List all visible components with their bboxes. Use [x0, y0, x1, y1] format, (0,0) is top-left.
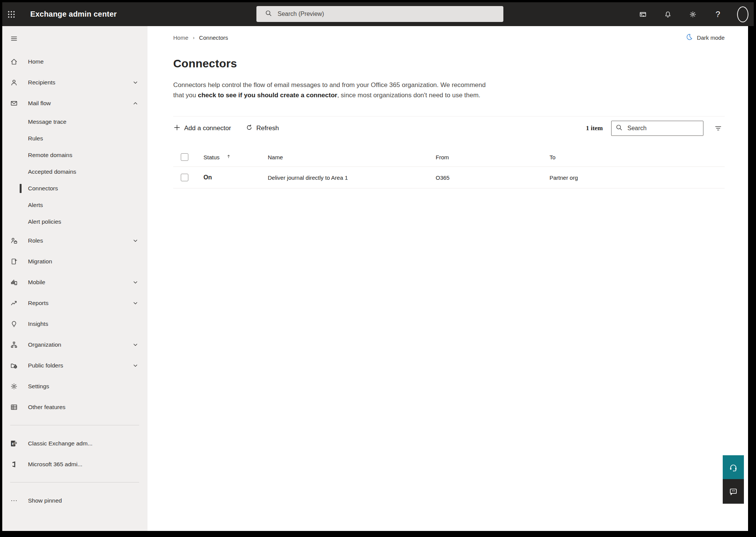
account-avatar[interactable] [737, 9, 748, 20]
avatar [737, 6, 748, 22]
sidebar-item-mobile[interactable]: Mobile [2, 272, 147, 293]
sidebar-item-label: Alerts [28, 202, 147, 209]
column-header-name[interactable]: Name [268, 154, 436, 160]
sidebar-item-mail-flow[interactable]: Mail flow [2, 93, 147, 114]
chevron-down-icon [132, 237, 139, 244]
column-header-from[interactable]: From [436, 154, 550, 160]
gear-icon[interactable] [687, 9, 699, 20]
column-header-status[interactable]: Status [203, 154, 268, 160]
m365-logo-icon [10, 461, 18, 468]
sidebar-item-settings[interactable]: Settings [2, 376, 147, 397]
page-title: Connectors [173, 57, 725, 70]
person-icon [10, 79, 18, 86]
settings-icon [10, 383, 18, 390]
search-icon [262, 9, 272, 19]
mobile-icon [10, 279, 18, 286]
sidebar-item-label: Show pinned [28, 497, 147, 504]
sidebar-item-label: Rules [28, 135, 147, 142]
help-icon[interactable]: ? [712, 9, 723, 20]
list-search-box[interactable] [611, 121, 703, 136]
sidebar-item-label: Public folders [28, 362, 132, 369]
connector-from: O365 [436, 174, 550, 181]
breadcrumb-home-link[interactable]: Home [173, 34, 188, 41]
sidebar: HomeRecipientsMail flowMessage traceRule… [2, 26, 147, 531]
page-description: Connectors help control the flow of emai… [173, 80, 492, 100]
topbar-search-input[interactable] [278, 11, 498, 17]
other-features-icon [10, 403, 18, 411]
connector-status: On [203, 174, 212, 181]
item-count: 1 item [586, 125, 603, 132]
feedback-chat-button[interactable] [723, 479, 744, 504]
insights-icon [10, 320, 18, 328]
home-icon [10, 58, 18, 65]
chevron-down-icon [132, 299, 139, 307]
sidebar-item-other-features[interactable]: Other features [2, 397, 147, 417]
sidebar-divider [10, 425, 139, 425]
sidebar-item-classic-exchange-adm[interactable]: EClassic Exchange adm... [2, 433, 147, 454]
sidebar-item-alert-policies[interactable]: Alert policies [2, 213, 147, 230]
table-header-row: StatusNameFromTo [173, 148, 725, 167]
sidebar-divider [10, 482, 139, 483]
search-icon [615, 124, 623, 133]
sidebar-item-label: Settings [28, 383, 147, 390]
sidebar-item-home[interactable]: Home [2, 51, 147, 72]
sidebar-item-connectors[interactable]: Connectors [2, 180, 147, 197]
sidebar-item-label: Accepted domains [28, 168, 147, 175]
dark-mode-label: Dark mode [697, 34, 725, 41]
sidebar-item-reports[interactable]: Reports [2, 293, 147, 313]
sidebar-item-migration[interactable]: Migration [2, 251, 147, 272]
connector-name[interactable]: Deliver journal directly to Area 1 [268, 174, 436, 181]
terminal-icon[interactable] [637, 9, 649, 20]
sidebar-item-show-pinned[interactable]: Show pinned [2, 490, 147, 511]
create-connector-check-link[interactable]: check to see if you should create a conn… [198, 92, 337, 99]
filter-icon[interactable] [712, 122, 725, 135]
sidebar-item-label: Migration [28, 258, 147, 265]
connector-to: Partner org [550, 174, 725, 181]
dark-mode-toggle[interactable]: Dark mode [685, 33, 725, 42]
add-connector-label: Add a connector [184, 125, 231, 132]
app-launcher-waffle-icon[interactable] [2, 2, 20, 26]
sidebar-item-message-trace[interactable]: Message trace [2, 114, 147, 130]
breadcrumb-current: Connectors [199, 34, 228, 41]
sidebar-item-label: Other features [28, 404, 147, 411]
svg-text:E: E [12, 441, 14, 445]
sidebar-item-recipients[interactable]: Recipients [2, 72, 147, 93]
refresh-button[interactable]: Refresh [245, 124, 279, 133]
row-checkbox[interactable] [181, 174, 188, 181]
select-all-checkbox[interactable] [181, 153, 188, 161]
floating-buttons [723, 455, 744, 504]
hamburger-menu-icon[interactable] [2, 29, 147, 48]
sidebar-nav-list: HomeRecipientsMail flowMessage traceRule… [2, 51, 147, 511]
bell-icon[interactable] [662, 9, 674, 20]
organization-icon [10, 341, 18, 349]
column-header-to[interactable]: To [550, 154, 725, 160]
sidebar-item-rules[interactable]: Rules [2, 130, 147, 147]
sidebar-item-label: Alert policies [28, 218, 147, 225]
list-toolbar: Add a connector Refresh 1 item [173, 117, 725, 140]
exchange-logo-icon: E [10, 440, 18, 447]
sidebar-item-public-folders[interactable]: Public folders [2, 355, 147, 376]
content-area: HomeRecipientsMail flowMessage traceRule… [2, 26, 754, 531]
sidebar-item-microsoft-365-admi[interactable]: Microsoft 365 admi... [2, 454, 147, 475]
sidebar-item-organization[interactable]: Organization [2, 334, 147, 355]
table-body: OnDeliver journal directly to Area 1O365… [173, 167, 725, 188]
topbar-search[interactable] [256, 6, 503, 22]
breadcrumb-chevron-icon: › [193, 35, 194, 40]
refresh-icon [245, 124, 253, 133]
sidebar-item-alerts[interactable]: Alerts [2, 197, 147, 213]
add-connector-button[interactable]: Add a connector [173, 124, 231, 133]
sort-ascending-icon [226, 154, 231, 160]
sidebar-item-label: Roles [28, 237, 132, 244]
app-title: Exchange admin center [30, 10, 117, 19]
sidebar-item-roles[interactable]: Roles [2, 230, 147, 251]
sidebar-item-insights[interactable]: Insights [2, 313, 147, 334]
chevron-down-icon [132, 79, 139, 86]
sidebar-item-accepted-domains[interactable]: Accepted domains [2, 163, 147, 180]
sidebar-item-label: Recipients [28, 79, 132, 86]
chevron-up-icon [132, 100, 139, 107]
list-search-input[interactable] [627, 125, 699, 132]
reports-icon [10, 299, 18, 307]
table-row[interactable]: OnDeliver journal directly to Area 1O365… [173, 167, 725, 188]
support-headset-button[interactable] [723, 455, 744, 479]
sidebar-item-remote-domains[interactable]: Remote domains [2, 147, 147, 163]
